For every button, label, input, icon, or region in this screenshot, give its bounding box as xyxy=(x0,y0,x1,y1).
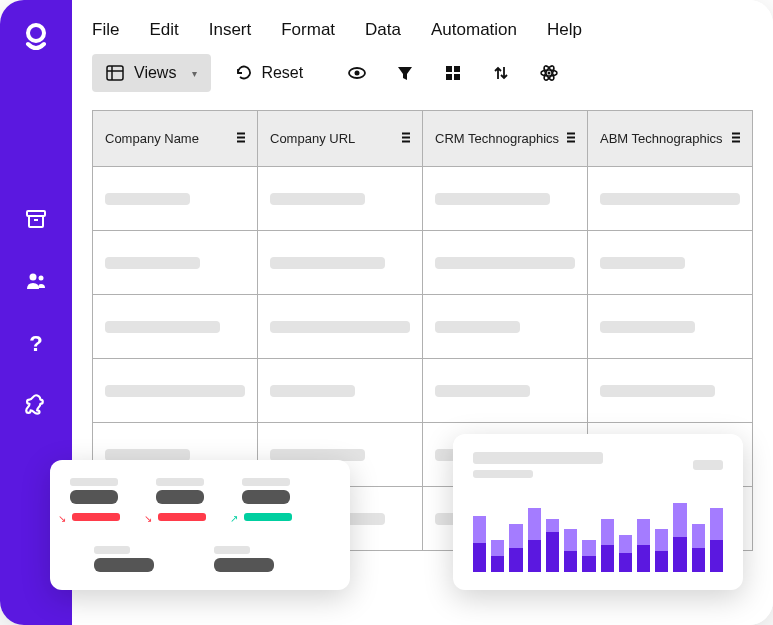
placeholder-bar xyxy=(270,321,410,333)
table-row[interactable] xyxy=(93,295,753,359)
chart-bar xyxy=(673,503,686,572)
chart-subtitle-placeholder xyxy=(473,470,533,478)
toolbar: Views ▾ Reset xyxy=(72,54,773,110)
table-cell[interactable] xyxy=(423,359,588,423)
stat-item xyxy=(94,546,154,572)
sort-button[interactable] xyxy=(491,63,511,83)
table-cell[interactable] xyxy=(258,359,423,423)
chart-title-placeholder xyxy=(473,452,603,464)
placeholder-bar xyxy=(105,193,190,205)
chart-bar xyxy=(528,508,541,572)
placeholder-bar xyxy=(600,321,695,333)
placeholder-bar xyxy=(156,478,204,486)
menu-automation[interactable]: Automation xyxy=(431,20,517,40)
table-cell[interactable] xyxy=(93,359,258,423)
placeholder-bar xyxy=(156,490,204,504)
filter-icon xyxy=(396,64,414,82)
menu-format[interactable]: Format xyxy=(281,20,335,40)
chart-overlay-card xyxy=(453,434,743,590)
eye-icon xyxy=(347,63,367,83)
menu-data[interactable]: Data xyxy=(365,20,401,40)
placeholder-bar xyxy=(242,490,290,504)
sidebar-item-users[interactable] xyxy=(21,266,51,296)
sidebar-item-integrations[interactable] xyxy=(21,390,51,420)
table-cell[interactable] xyxy=(93,167,258,231)
chart-bar xyxy=(710,508,723,572)
stat-item xyxy=(214,546,274,572)
grid-button[interactable] xyxy=(443,63,463,83)
trend-bar xyxy=(72,513,120,521)
column-menu-icon[interactable] xyxy=(730,130,742,147)
users-icon xyxy=(24,269,48,293)
chart-bar xyxy=(546,519,559,572)
atom-icon xyxy=(539,63,559,83)
views-dropdown[interactable]: Views ▾ xyxy=(92,54,211,92)
table-cell[interactable] xyxy=(258,167,423,231)
trend-bar xyxy=(158,513,206,521)
sidebar-item-archive[interactable] xyxy=(21,204,51,234)
svg-rect-13 xyxy=(454,66,460,72)
svg-point-11 xyxy=(355,71,360,76)
column-header-company-name[interactable]: Company Name xyxy=(93,111,258,167)
chart-bar xyxy=(582,540,595,572)
table-cell[interactable] xyxy=(588,167,753,231)
svg-rect-15 xyxy=(454,74,460,80)
column-header-crm-technographics[interactable]: CRM Technographics xyxy=(423,111,588,167)
placeholder-bar xyxy=(270,193,365,205)
stats-overlay-card xyxy=(50,460,350,590)
menu-file[interactable]: File xyxy=(92,20,119,40)
table-row[interactable] xyxy=(93,231,753,295)
column-header-abm-technographics[interactable]: ABM Technographics xyxy=(588,111,753,167)
stat-item xyxy=(70,478,120,526)
reset-label: Reset xyxy=(261,64,303,82)
placeholder-bar xyxy=(435,385,530,397)
svg-rect-12 xyxy=(446,66,452,72)
table-cell[interactable] xyxy=(588,359,753,423)
chart-bar xyxy=(491,540,504,572)
column-menu-icon[interactable] xyxy=(235,130,247,147)
visibility-button[interactable] xyxy=(347,63,367,83)
table-cell[interactable] xyxy=(423,295,588,359)
stat-item xyxy=(242,478,292,526)
svg-rect-14 xyxy=(446,74,452,80)
table-row[interactable] xyxy=(93,167,753,231)
placeholder-bar xyxy=(270,449,365,461)
column-header-company-url[interactable]: Company URL xyxy=(258,111,423,167)
sort-icon xyxy=(492,64,510,82)
placeholder-bar xyxy=(105,449,190,461)
placeholder-bar xyxy=(70,478,118,486)
chart-bar xyxy=(601,519,614,572)
placeholder-bar xyxy=(94,546,130,554)
menu-edit[interactable]: Edit xyxy=(149,20,178,40)
table-cell[interactable] xyxy=(258,231,423,295)
placeholder-bar xyxy=(435,321,520,333)
trend-bar xyxy=(244,513,292,521)
placeholder-bar xyxy=(600,257,685,269)
table-cell[interactable] xyxy=(588,295,753,359)
menu-help[interactable]: Help xyxy=(547,20,582,40)
table-cell[interactable] xyxy=(423,231,588,295)
table-cell[interactable] xyxy=(423,167,588,231)
sidebar-item-help[interactable]: ? xyxy=(21,328,51,358)
filter-button[interactable] xyxy=(395,63,415,83)
help-icon: ? xyxy=(24,331,48,355)
reset-button[interactable]: Reset xyxy=(235,64,303,82)
placeholder-bar xyxy=(105,257,200,269)
atom-button[interactable] xyxy=(539,63,559,83)
table-cell[interactable] xyxy=(588,231,753,295)
placeholder-bar xyxy=(435,193,550,205)
table-row[interactable] xyxy=(93,359,753,423)
svg-point-0 xyxy=(28,25,44,41)
table-cell[interactable] xyxy=(93,295,258,359)
placeholder-bar xyxy=(70,490,118,504)
placeholder-bar xyxy=(214,558,274,572)
grid-icon xyxy=(444,64,462,82)
menu-insert[interactable]: Insert xyxy=(209,20,252,40)
chart-bar xyxy=(692,524,705,572)
column-menu-icon[interactable] xyxy=(400,130,412,147)
svg-text:?: ? xyxy=(29,331,42,355)
column-menu-icon[interactable] xyxy=(565,130,577,147)
table-cell[interactable] xyxy=(258,295,423,359)
table-cell[interactable] xyxy=(93,231,258,295)
chart-bar xyxy=(509,524,522,572)
